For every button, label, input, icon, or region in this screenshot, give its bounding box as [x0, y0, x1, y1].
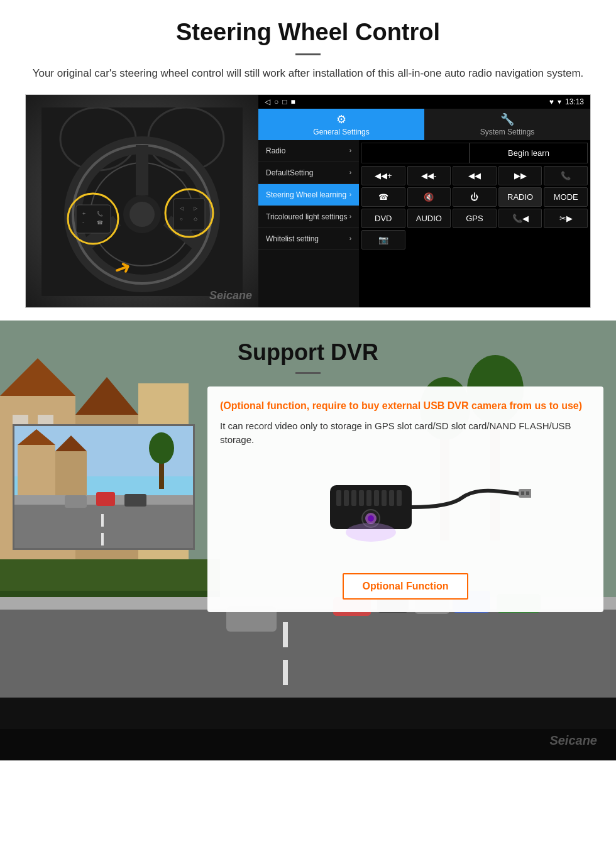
chevron-right-icon2: › — [349, 169, 351, 176]
nav-recent: □ — [282, 97, 287, 106]
menu-item-steering-label: Steering Wheel learning — [266, 190, 346, 199]
gear-icon: ⚙ — [336, 112, 346, 126]
svg-rect-65 — [96, 492, 115, 506]
ctrl-phone-prev[interactable]: 📞◀ — [498, 209, 542, 228]
steering-wheel-inner: + - 📞 ☎ ◁ ▷ ○ ◇ ➜ Seicane — [26, 95, 258, 308]
dvr-camera-illustration — [220, 457, 591, 564]
ctrl-mode[interactable]: MODE — [544, 187, 588, 207]
menu-item-tricoloured-label: Tricoloured light settings — [266, 212, 348, 221]
menu-item-whitelist-label: Whitelist setting — [266, 234, 319, 243]
svg-rect-75 — [374, 490, 379, 506]
watermark2: Seicane — [549, 733, 597, 748]
dvr-section: Support DVR — [0, 321, 616, 760]
chevron-right-icon4: › — [349, 213, 351, 220]
system-icon: 🔧 — [500, 112, 514, 126]
dvr-camera-svg — [280, 460, 531, 561]
svg-rect-77 — [389, 490, 394, 506]
android-ui-panel: ◁ ○ □ ■ ♥ ▾ 13:13 ⚙ General Settings 🔧 S… — [258, 95, 590, 307]
dvr-optional-text: (Optional function, require to buy exter… — [220, 399, 591, 413]
ctrl-prev[interactable]: ◀◀ — [453, 166, 497, 185]
dvr-info-box: (Optional function, require to buy exter… — [207, 386, 603, 612]
section1-description: Your original car's steering wheel contr… — [25, 65, 591, 82]
tab-system[interactable]: 🔧 System Settings — [424, 109, 590, 140]
svg-point-81 — [368, 515, 374, 522]
svg-rect-70 — [336, 490, 341, 506]
ctrl-radio[interactable]: RADIO — [498, 187, 542, 207]
chevron-right-icon: › — [349, 147, 351, 154]
ctrl-call[interactable]: 📞 — [544, 166, 588, 185]
svg-rect-56 — [18, 445, 55, 495]
menu-item-defaultsetting-label: DefaultSetting — [266, 168, 313, 177]
svg-rect-71 — [344, 490, 349, 506]
svg-rect-78 — [397, 490, 402, 506]
watermark1: Seicane — [209, 289, 252, 302]
tab-system-label: System Settings — [480, 128, 535, 136]
section1-title: Steering Wheel Control — [25, 19, 591, 46]
ctrl-extra[interactable]: 📷 — [361, 230, 405, 249]
svg-text:-: - — [82, 219, 84, 225]
menu-item-defaultsetting[interactable]: DefaultSetting › — [258, 162, 359, 184]
chevron-right-icon5: › — [349, 235, 351, 242]
svg-rect-16 — [173, 199, 205, 230]
svg-point-61 — [149, 432, 174, 464]
chevron-right-icon3: › — [349, 191, 351, 198]
svg-rect-53 — [0, 729, 616, 760]
svg-text:○: ○ — [180, 216, 183, 222]
ctrl-skip-next[interactable]: ✂▶ — [544, 209, 588, 228]
ctrl-next[interactable]: ▶▶ — [498, 166, 542, 185]
svg-rect-38 — [283, 660, 288, 685]
status-time: 13:13 — [565, 97, 584, 106]
begin-learn-button[interactable]: Begin learn — [470, 143, 588, 163]
dvr-description: It can record video only to storage in G… — [220, 419, 591, 447]
svg-text:▷: ▷ — [194, 206, 198, 211]
svg-rect-58 — [55, 451, 87, 495]
ctrl-audio[interactable]: AUDIO — [407, 209, 451, 228]
android-statusbar: ◁ ○ □ ■ ♥ ▾ 13:13 — [258, 95, 590, 109]
nav-home: ○ — [274, 97, 278, 106]
section2-content: Support DVR — [0, 321, 616, 631]
section1-divider — [295, 53, 321, 55]
settings-main-content: Radio › DefaultSetting › Steering Wheel … — [258, 140, 590, 307]
ctrl-vol-up[interactable]: ◀◀+ — [361, 166, 405, 185]
ctrl-mute[interactable]: 🔇 — [407, 187, 451, 207]
control-right-panel: Begin learn ◀◀+ ◀◀- ◀◀ ▶▶ 📞 ☎ 🔇 ⏻ RADIO … — [359, 140, 590, 307]
svg-rect-85 — [526, 491, 529, 495]
svg-text:+: + — [82, 211, 85, 217]
steering-wheel-section: Steering Wheel Control Your original car… — [0, 0, 616, 321]
svg-rect-64 — [65, 495, 87, 508]
tab-general-label: General Settings — [313, 128, 369, 136]
svg-text:◇: ◇ — [194, 216, 198, 222]
settings-left-menu: Radio › DefaultSetting › Steering Wheel … — [258, 140, 359, 307]
steering-wheel-photo: + - 📞 ☎ ◁ ▷ ○ ◇ ➜ Seicane — [26, 95, 258, 308]
menu-item-whitelist[interactable]: Whitelist setting › — [258, 228, 359, 250]
svg-point-82 — [346, 523, 396, 542]
menu-item-radio-label: Radio — [266, 146, 285, 155]
svg-text:📞: 📞 — [97, 211, 103, 217]
svg-rect-63 — [14, 505, 195, 550]
ctrl-vol-down[interactable]: ◀◀- — [407, 166, 451, 185]
ctrl-hangup[interactable]: ☎ — [361, 187, 405, 207]
section2-divider — [295, 372, 321, 374]
control-buttons-grid: ◀◀+ ◀◀- ◀◀ ▶▶ 📞 ☎ 🔇 ⏻ RADIO MODE DVD AUD… — [361, 166, 588, 249]
nav-back: ◁ — [265, 97, 270, 106]
svg-rect-74 — [366, 490, 371, 506]
svg-text:☎: ☎ — [97, 220, 103, 226]
svg-rect-76 — [382, 490, 387, 506]
dvr-screenshot-thumbnail — [13, 424, 195, 550]
tab-general[interactable]: ⚙ General Settings — [258, 109, 424, 140]
ctrl-power[interactable]: ⏻ — [453, 187, 497, 207]
begin-learn-row: Begin learn — [361, 143, 588, 163]
svg-rect-72 — [351, 490, 356, 506]
menu-item-radio[interactable]: Radio › — [258, 140, 359, 162]
ctrl-gps[interactable]: GPS — [453, 209, 497, 228]
svg-rect-66 — [124, 494, 146, 507]
status-wifi: ▾ — [558, 97, 561, 106]
menu-item-tricoloured[interactable]: Tricoloured light settings › — [258, 206, 359, 228]
optional-function-button[interactable]: Optional Function — [343, 573, 469, 600]
dvr-thumbnail-svg — [14, 426, 195, 550]
status-signal: ♥ — [549, 97, 554, 106]
svg-rect-67 — [101, 514, 104, 527]
menu-item-steering[interactable]: Steering Wheel learning › — [258, 184, 359, 206]
ctrl-dvd[interactable]: DVD — [361, 209, 405, 228]
svg-rect-68 — [101, 533, 104, 545]
